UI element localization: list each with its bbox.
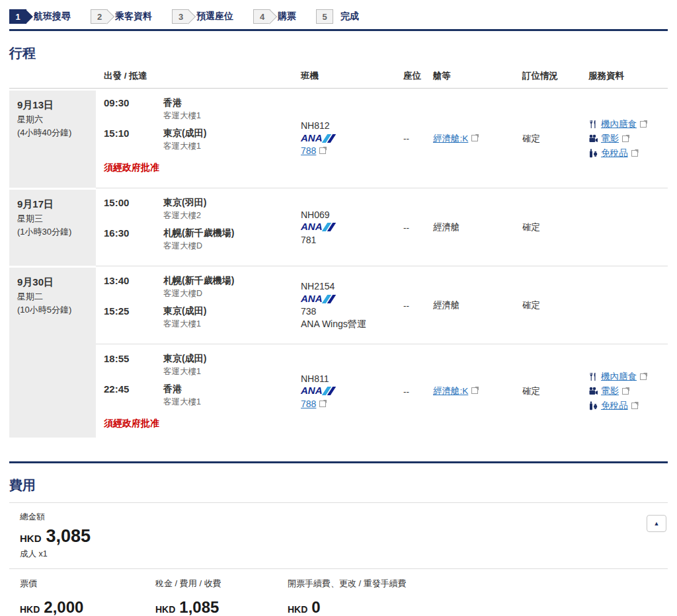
departure-city: 札幌(新千歲機場) [163, 275, 301, 287]
step-1-label: 航班搜尋 [34, 11, 71, 22]
ana-logo: ANA [301, 222, 403, 233]
taxes-label: 稅金 / 費用 / 收費 [155, 578, 284, 590]
passenger-count: 成人 x1 [20, 549, 668, 560]
collapse-fees-button[interactable]: ▲ [647, 515, 666, 532]
flight-number: NH812 [301, 120, 403, 132]
service-fee-column: 開票手續費、更改 / 重發手續費 HKD 0 [288, 578, 473, 616]
booking-status: 確定 [522, 299, 588, 311]
segment-weekday: 星期六 [17, 114, 91, 126]
step-flight-search: 1 航班搜尋 [9, 9, 71, 24]
dutyfree-link[interactable]: 免稅品 [601, 147, 628, 159]
total-amount-label: 總金額 [20, 512, 668, 523]
arrival-time: 15:25 [104, 305, 163, 330]
operating-carrier: ANA Wings營運 [301, 318, 403, 330]
booking-page: 1 航班搜尋 2 乘客資料 3 預選座位 4 購票 5 完成 行程 出發 / 抵… [0, 0, 677, 616]
service-meal: 機內膳食 [588, 371, 668, 383]
table-row: 18:55 東京(成田) 客運大樓1 22:45 香港 客運大樓1 須經政府批准… [9, 344, 668, 438]
step-1-badge: 1 [9, 9, 26, 24]
service-fee-label: 開票手續費、更改 / 重發手續費 [288, 578, 417, 590]
table-row: 9月13日 星期六 (4小時40分鐘) 09:30 香港 客運大樓1 15:10… [9, 89, 668, 188]
service-cell: 機內膳食 電影 免稅品 [588, 116, 668, 162]
aircraft-code: 738 [301, 305, 403, 318]
itinerary-table-header: 出發 / 抵達 班機 座位 艙等 訂位情況 服務資料 [9, 70, 668, 89]
currency-code: HKD [20, 604, 40, 615]
departure-city: 香港 [163, 97, 301, 109]
departure-terminal: 客運大樓1 [163, 366, 301, 377]
step-3-label: 預選座位 [196, 11, 233, 22]
cabin-link[interactable]: 經濟艙:K [433, 386, 468, 396]
dep-arr-cell: 09:30 香港 客運大樓1 15:10 東京(成田) 客運大樓1 須經政府批准 [96, 97, 301, 174]
arrival-terminal: 客運大樓1 [163, 319, 301, 330]
step-5-badge: 5 [316, 9, 333, 24]
external-link-icon [319, 401, 326, 407]
fees-title: 費用 [9, 477, 668, 494]
flight-cell: NH811 ANA 788 [301, 373, 403, 410]
taxes-column: 稅金 / 費用 / 收費 HKD 1,085 [155, 578, 288, 616]
external-link-icon [319, 147, 326, 154]
external-link-icon [631, 150, 638, 157]
total-amount-value: 3,085 [46, 526, 91, 547]
service-dutyfree: 免稅品 [588, 147, 668, 159]
segment-date-cell [9, 344, 96, 438]
cabin-cell: 經濟艙 [433, 299, 522, 311]
currency-code: HKD [288, 604, 307, 615]
service-cell: 機內膳食 電影 免稅品 [588, 368, 668, 414]
external-link-icon [471, 387, 478, 394]
ana-logo-text: ANA [301, 220, 323, 233]
currency-code: HKD [155, 604, 175, 615]
service-dutyfree: 免稅品 [588, 400, 668, 412]
header-cabin: 艙等 [433, 70, 522, 82]
segment-date-cell: 9月30日 星期二 (10小時5分鐘) [9, 268, 96, 344]
movie-link[interactable]: 電影 [601, 133, 619, 145]
cabin-cell: 經濟艙:K [433, 133, 522, 145]
departure-terminal: 客運大樓1 [163, 110, 301, 122]
dep-arr-cell: 18:55 東京(成田) 客運大樓1 22:45 香港 客運大樓1 須經政府批准 [96, 353, 301, 430]
external-link-icon [631, 403, 638, 409]
segment-weekday: 星期三 [17, 213, 91, 225]
movie-link[interactable]: 電影 [601, 385, 619, 397]
arrival-terminal: 客運大樓1 [163, 397, 301, 408]
departure-leg: 13:40 札幌(新千歲機場) 客運大樓D [104, 275, 301, 299]
table-row: 9月30日 星期二 (10小時5分鐘) 13:40 札幌(新千歲機場) 客運大樓… [9, 266, 668, 344]
dutyfree-link[interactable]: 免稅品 [601, 400, 628, 412]
segment-date: 9月30日 [17, 276, 91, 289]
service-movie: 電影 [588, 133, 668, 145]
total-amount-block: 總金額 HKD 3,085 成人 x1 ▲ [9, 503, 668, 568]
flight-number: NH069 [301, 209, 403, 221]
seat-cell: -- [403, 134, 433, 143]
header-seat: 座位 [403, 70, 433, 82]
ana-swoosh-icon [321, 295, 335, 303]
fare-value: 2,000 [44, 598, 83, 616]
fee-breakdown: 票價 HKD 2,000 稅金 / 費用 / 收費 HKD 1,085 開票手續… [9, 569, 668, 616]
seat-cell: -- [403, 301, 433, 311]
step-4-badge: 4 [253, 9, 270, 24]
movie-icon [588, 134, 598, 143]
header-date-spacer [9, 70, 96, 82]
itinerary-title: 行程 [9, 44, 668, 62]
arrival-city: 札幌(新千歲機場) [163, 227, 301, 239]
step-2-badge: 2 [91, 9, 108, 24]
flight-cell: NH2154 ANA 738 ANA Wings營運 [301, 280, 403, 330]
step-complete: 5 完成 [316, 9, 359, 24]
dep-arr-cell: 15:00 東京(羽田) 客運大樓2 16:30 札幌(新千歲機場) 客運大樓D [96, 197, 301, 258]
fare-column: 票價 HKD 2,000 [20, 578, 155, 616]
arrival-leg: 15:10 東京(成田) 客運大樓1 [104, 128, 301, 152]
departure-time: 18:55 [104, 353, 163, 377]
meal-link[interactable]: 機內膳食 [601, 118, 637, 130]
segment-duration: (1小時30分鐘) [17, 226, 91, 238]
ana-logo: ANA [301, 133, 403, 143]
external-link-icon [640, 373, 647, 380]
booking-status: 確定 [522, 133, 588, 145]
arrival-leg: 15:25 東京(成田) 客運大樓1 [104, 305, 301, 330]
cabin-link[interactable]: 經濟艙:K [433, 134, 468, 143]
arrival-city: 東京(成田) [163, 128, 301, 139]
aircraft-link[interactable]: 788 [301, 145, 316, 156]
external-link-icon [622, 388, 629, 395]
ana-swoosh-icon [321, 223, 335, 231]
step-4-label: 購票 [278, 11, 296, 22]
meal-link[interactable]: 機內膳食 [601, 371, 637, 383]
booking-status: 確定 [522, 221, 588, 233]
ana-logo-text: ANA [301, 132, 323, 145]
aircraft-link[interactable]: 788 [301, 399, 316, 409]
departure-terminal: 客運大樓D [163, 288, 301, 299]
